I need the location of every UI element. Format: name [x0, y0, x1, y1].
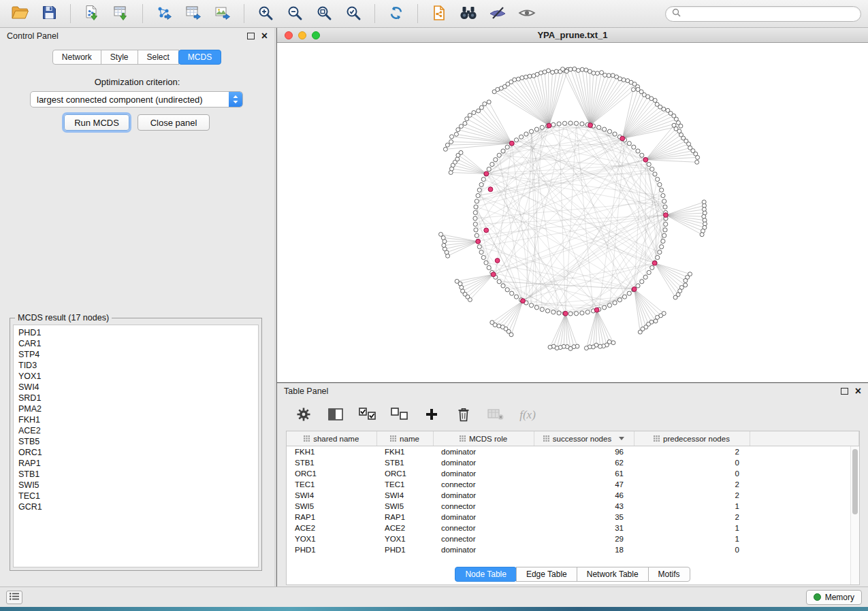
table-cell[interactable]: RAP1 — [287, 512, 376, 523]
table-cell[interactable]: SWI5 — [376, 501, 433, 512]
mcds-result-item[interactable]: TEC1 — [14, 491, 258, 501]
table-row[interactable]: ORC1ORC1dominator610 — [287, 468, 859, 479]
network-canvas[interactable] — [277, 43, 868, 382]
mcds-result-item[interactable]: ACE2 — [14, 425, 258, 436]
table-cell[interactable]: 46 — [534, 490, 634, 501]
close-window-icon[interactable] — [285, 31, 293, 39]
create-column-button[interactable] — [421, 405, 442, 425]
table-cell[interactable]: SWI4 — [287, 490, 376, 501]
table-cell[interactable] — [750, 533, 859, 544]
column-header-shared-name[interactable]: shared name — [287, 431, 376, 446]
table-cell[interactable]: 47 — [534, 479, 634, 490]
table-cell[interactable]: ACE2 — [287, 523, 376, 533]
export-network-button[interactable] — [151, 3, 177, 24]
mcds-result-item[interactable]: YOX1 — [14, 371, 258, 382]
import-network-from-clipboard-button[interactable] — [426, 3, 452, 24]
table-cell[interactable]: TEC1 — [376, 479, 433, 490]
mcds-result-item[interactable]: FKH1 — [14, 414, 258, 425]
mcds-result-item[interactable]: GCR1 — [14, 501, 258, 512]
table-row[interactable]: YOX1YOX1connector291 — [287, 533, 859, 544]
table-row[interactable]: RAP1RAP1dominator352 — [287, 512, 859, 523]
table-cell[interactable]: PHD1 — [376, 544, 433, 555]
scrollbar-thumb[interactable] — [852, 449, 858, 514]
table-cell[interactable]: 96 — [534, 446, 634, 458]
mcds-result-item[interactable]: SWI4 — [14, 382, 258, 393]
refresh-view-button[interactable] — [383, 3, 409, 24]
table-cell[interactable] — [750, 446, 859, 458]
table-cell[interactable] — [750, 544, 859, 555]
criterion-select[interactable]: largest connected component (undirected) — [30, 91, 243, 108]
table-cell[interactable]: 0 — [634, 457, 750, 468]
table-cell[interactable]: SWI4 — [376, 490, 433, 501]
export-image-button[interactable] — [210, 3, 236, 24]
table-cell[interactable] — [750, 468, 859, 479]
table-row[interactable]: ACE2ACE2connector311 — [287, 523, 859, 533]
task-history-button[interactable] — [6, 591, 22, 604]
column-header-predecessor-nodes[interactable]: predecessor nodes — [634, 431, 750, 446]
mcds-result-item[interactable]: CAR1 — [14, 338, 258, 349]
table-cell[interactable]: 43 — [534, 501, 634, 512]
table-cell[interactable]: 1 — [634, 501, 750, 512]
run-mcds-button[interactable]: Run MCDS — [64, 114, 129, 131]
table-settings-button[interactable] — [293, 405, 314, 425]
hide-selected-button[interactable] — [485, 3, 511, 24]
table-cell[interactable]: 0 — [634, 468, 750, 479]
column-header-name[interactable]: name — [376, 431, 433, 446]
table-cell[interactable]: dominator — [433, 446, 534, 458]
float-panel-icon[interactable] — [841, 388, 848, 395]
memory-button[interactable]: Memory — [806, 590, 862, 605]
table-cell[interactable]: 18 — [534, 544, 634, 555]
tab-style[interactable]: Style — [101, 50, 138, 65]
table-cell[interactable] — [750, 523, 859, 533]
table-cell[interactable]: STB1 — [376, 457, 433, 468]
save-session-button[interactable] — [36, 3, 62, 24]
tab-select[interactable]: Select — [138, 50, 179, 65]
export-table-button[interactable] — [180, 3, 206, 24]
tab-network[interactable]: Network — [52, 50, 101, 65]
table-cell[interactable]: SWI5 — [287, 501, 376, 512]
search-network-button[interactable] — [455, 3, 481, 24]
mcds-result-item[interactable]: ORC1 — [14, 447, 258, 458]
table-cell[interactable]: 2 — [634, 479, 750, 490]
zoom-fit-button[interactable] — [311, 3, 337, 24]
mcds-result-item[interactable]: SRD1 — [14, 393, 258, 403]
table-cell[interactable]: connector — [433, 501, 534, 512]
table-row[interactable]: FKH1FKH1dominator962 — [287, 446, 859, 458]
table-cell[interactable]: 2 — [634, 512, 750, 523]
table-cell[interactable]: 2 — [634, 446, 750, 458]
column-header-MCDS-role[interactable]: MCDS role — [433, 431, 534, 446]
zoom-out-button[interactable] — [282, 3, 308, 24]
mcds-result-item[interactable]: SWI5 — [14, 480, 258, 491]
table-scrollbar[interactable] — [850, 446, 859, 584]
table-cell[interactable]: 0 — [634, 544, 750, 555]
table-cell[interactable]: 2 — [634, 490, 750, 501]
table-cell[interactable]: ORC1 — [376, 468, 433, 479]
table-cell[interactable] — [750, 479, 859, 490]
table-cell[interactable]: dominator — [433, 468, 534, 479]
mcds-result-item[interactable]: TID3 — [14, 360, 258, 371]
table-cell[interactable]: dominator — [433, 544, 534, 555]
network-graph[interactable] — [277, 43, 867, 382]
table-row[interactable]: SWI4SWI4dominator462 — [287, 490, 859, 501]
table-cell[interactable]: STB1 — [287, 457, 376, 468]
tab-network-table[interactable]: Network Table — [577, 567, 649, 582]
table-row[interactable]: PHD1PHD1dominator180 — [287, 544, 859, 555]
sort-chevron-icon[interactable] — [619, 437, 624, 440]
table-cell[interactable]: PHD1 — [287, 544, 376, 555]
mcds-result-item[interactable]: STP4 — [14, 349, 258, 360]
close-panel-button[interactable]: Close panel — [138, 114, 210, 131]
mcds-result-item[interactable]: STB5 — [14, 436, 258, 447]
table-row[interactable]: SWI5SWI5connector431 — [287, 501, 859, 512]
table-cell[interactable]: dominator — [433, 512, 534, 523]
mcds-result-item[interactable]: PMA2 — [14, 403, 258, 414]
close-panel-icon[interactable]: × — [855, 386, 861, 396]
table-cell[interactable]: YOX1 — [287, 533, 376, 544]
delete-column-button[interactable] — [453, 405, 474, 425]
table-cell[interactable]: connector — [433, 533, 534, 544]
table-cell[interactable] — [750, 457, 859, 468]
table-cell[interactable]: 1 — [634, 523, 750, 533]
tab-edge-table[interactable]: Edge Table — [516, 567, 577, 582]
table-cell[interactable]: ORC1 — [287, 468, 376, 479]
table-cell[interactable]: TEC1 — [287, 479, 376, 490]
zoom-selected-button[interactable] — [340, 3, 366, 24]
